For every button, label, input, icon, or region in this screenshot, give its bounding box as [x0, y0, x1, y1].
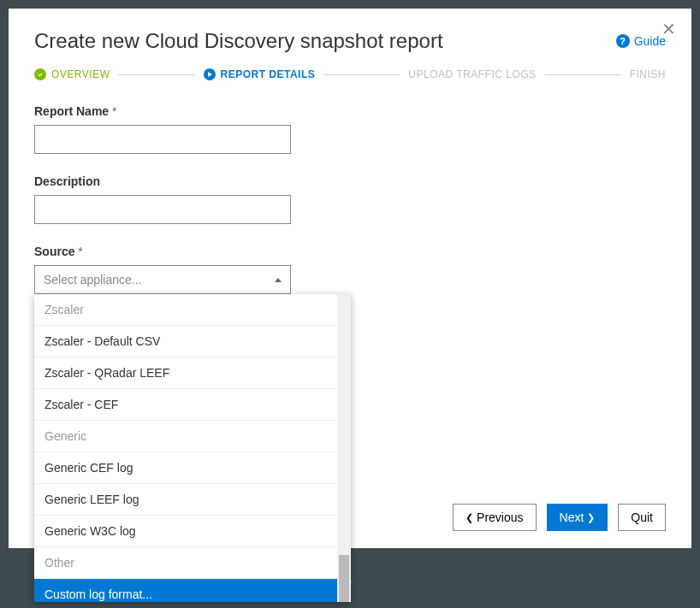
dropdown-item[interactable]: Zscaler - CEF: [34, 389, 337, 421]
description-label: Description: [34, 174, 666, 188]
wizard-stepper: OVERVIEW REPORT DETAILS UPLOAD TRAFFIC L…: [34, 68, 666, 80]
previous-button[interactable]: ❮ Previous: [453, 504, 536, 531]
step-overview[interactable]: OVERVIEW: [34, 68, 110, 80]
quit-button[interactable]: Quit: [618, 504, 666, 531]
next-button[interactable]: Next ❯: [547, 504, 608, 531]
description-field-group: Description: [34, 174, 666, 224]
report-name-label: Report Name *: [34, 104, 666, 118]
step-divider: [545, 74, 621, 75]
source-select[interactable]: Select appliance...: [34, 265, 291, 294]
source-placeholder: Select appliance...: [44, 273, 141, 286]
source-dropdown: Zscaler Zscaler - Default CSV Zscaler - …: [34, 294, 351, 602]
dropdown-item[interactable]: Zscaler - Default CSV: [34, 326, 337, 357]
step-report-details[interactable]: REPORT DETAILS: [204, 68, 316, 80]
close-icon[interactable]: ✕: [661, 21, 676, 38]
dropdown-group-zscaler: Zscaler: [34, 294, 337, 326]
dropdown-scrollbar[interactable]: [337, 294, 351, 602]
step-finish: FINISH: [630, 68, 666, 80]
chevron-left-icon: ❮: [466, 512, 473, 523]
chevron-right-icon: ❯: [587, 512, 595, 523]
check-icon: [34, 68, 46, 80]
modal-title: Create new Cloud Discovery snapshot repo…: [34, 29, 443, 53]
chevron-up-icon: [275, 278, 282, 282]
dropdown-item[interactable]: Generic W3C log: [34, 516, 337, 547]
play-icon: [204, 68, 216, 80]
source-label: Source *: [34, 245, 666, 258]
guide-link[interactable]: ? Guide: [616, 34, 666, 48]
step-divider: [323, 74, 400, 75]
help-icon: ?: [616, 34, 630, 48]
modal-footer: ❮ Previous Next ❯ Quit: [453, 504, 666, 531]
dropdown-group-generic: Generic: [34, 421, 337, 452]
source-field-group: Source * Select appliance... Zscaler Zsc…: [34, 245, 666, 294]
dropdown-item[interactable]: Generic LEEF log: [34, 484, 337, 516]
step-upload-logs: UPLOAD TRAFFIC LOGS: [408, 68, 536, 80]
dropdown-item[interactable]: Generic CEF log: [34, 452, 337, 484]
report-name-input[interactable]: [34, 125, 291, 154]
scrollbar-thumb[interactable]: [339, 555, 349, 602]
dropdown-item[interactable]: Zscaler - QRadar LEEF: [34, 357, 337, 389]
create-snapshot-modal: ✕ Create new Cloud Discovery snapshot re…: [9, 9, 691, 548]
step-divider: [118, 74, 194, 75]
description-input[interactable]: [34, 195, 291, 224]
dropdown-group-other: Other: [34, 547, 337, 579]
report-name-field-group: Report Name *: [34, 104, 666, 154]
dropdown-item-custom-log[interactable]: Custom log format...: [34, 579, 337, 602]
